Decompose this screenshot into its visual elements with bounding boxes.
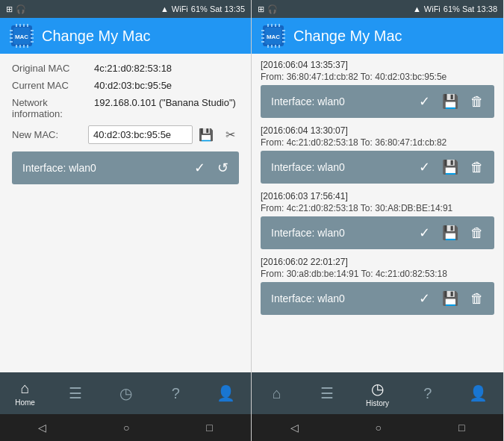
nav-history-right[interactable]: ◷ History: [352, 372, 402, 414]
nav-people-right[interactable]: 👤: [453, 372, 503, 414]
svg-rect-32: [261, 41, 264, 43]
svg-rect-33: [282, 30, 285, 31]
history-timestamp-1: [2016:06:04 13:30:07]: [261, 125, 494, 136]
save-icon-2[interactable]: 💾: [442, 225, 458, 241]
nav-help-right[interactable]: ?: [402, 372, 452, 414]
right-app-bar: MAC Change My Mac: [252, 18, 503, 54]
svg-rect-25: [267, 45, 269, 48]
check-icon[interactable]: ✓: [194, 160, 205, 176]
nav-list-left[interactable]: ☰: [50, 372, 100, 414]
back-button-left[interactable]: ◁: [38, 422, 46, 434]
battery-time: 61% Sat 13:35: [191, 4, 245, 13]
svg-rect-11: [10, 34, 13, 35]
right-status-bar: ⊞ 🎧 ▲ WiFi 61% Sat 13:38: [252, 0, 503, 18]
network-value: 192.168.0.101 ("Banana Studio"): [94, 97, 236, 119]
current-mac-label: Current MAC: [12, 80, 94, 91]
svg-rect-29: [261, 30, 264, 31]
left-interface-bar[interactable]: Interface: wlan0 ✓ ↺: [12, 151, 239, 184]
svg-rect-22: [271, 24, 273, 27]
nav-history-label: History: [366, 399, 389, 407]
history-entry-3: [2016:06:02 22:01:27] From: 30:a8:db:be:…: [261, 257, 494, 315]
right-wifi-icon: WiFi: [424, 4, 441, 13]
left-app-title: Change My Mac: [42, 28, 151, 45]
svg-rect-8: [23, 45, 25, 48]
svg-rect-7: [19, 45, 21, 48]
left-app-bar: MAC Change My Mac: [0, 18, 251, 54]
right-signal-icon: ▲: [413, 4, 421, 13]
recents-button-left[interactable]: □: [206, 422, 212, 434]
history-from-to-1: From: 4c:21:d0:82:53:18 To: 36:80:47:1d:…: [261, 137, 494, 148]
svg-rect-30: [261, 34, 264, 35]
save-icon-3[interactable]: 💾: [442, 290, 458, 307]
home-button-right[interactable]: ○: [376, 422, 382, 434]
back-button-right[interactable]: ◁: [290, 422, 299, 434]
list-icon: ☰: [69, 384, 82, 402]
right-android-icon: ⊞: [258, 4, 264, 14]
nav-help-left[interactable]: ?: [151, 372, 201, 414]
nav-people-left[interactable]: 👤: [201, 372, 251, 414]
apply-icon-1[interactable]: ✓: [419, 159, 430, 175]
clock-icon: ◷: [119, 384, 132, 402]
apply-icon-3[interactable]: ✓: [419, 290, 430, 307]
help-icon: ?: [172, 385, 180, 402]
delete-icon-2[interactable]: 🗑: [470, 225, 484, 241]
right-status-left: ⊞ 🎧: [258, 4, 278, 14]
svg-rect-5: [27, 24, 28, 27]
history-timestamp-2: [2016:06:03 17:56:41]: [261, 191, 494, 201]
nav-home-left[interactable]: ⌂ Home: [0, 372, 50, 414]
home-button-left[interactable]: ○: [123, 422, 129, 434]
apply-icon-0[interactable]: ✓: [419, 93, 430, 110]
history-icon[interactable]: ↺: [217, 160, 228, 176]
svg-rect-36: [282, 41, 285, 43]
history-interface-bar-3[interactable]: Interface: wlan0 ✓ 💾 🗑: [261, 282, 494, 315]
delete-icon-0[interactable]: 🗑: [470, 94, 484, 110]
new-mac-action-icons: 💾 ✂: [197, 126, 239, 144]
delete-icon-1[interactable]: 🗑: [470, 160, 484, 175]
svg-rect-10: [10, 30, 13, 31]
history-interface-label-1: Interface: wlan0: [271, 161, 419, 173]
svg-rect-9: [27, 45, 28, 48]
svg-rect-13: [10, 41, 13, 43]
recents-button-right[interactable]: □: [458, 422, 464, 434]
randomize-mac-icon[interactable]: ✂: [221, 126, 239, 144]
right-app-title: Change My Mac: [293, 28, 402, 45]
save-mac-icon[interactable]: 💾: [197, 126, 215, 144]
history-bar-icons-3: ✓ 💾 🗑: [419, 290, 484, 307]
signal-icon: ▲: [161, 4, 169, 13]
history-interface-label-0: Interface: wlan0: [271, 96, 419, 107]
right-headset-icon: 🎧: [267, 4, 278, 14]
history-interface-label-2: Interface: wlan0: [271, 227, 419, 239]
network-label: Network information:: [12, 97, 94, 119]
original-mac-value: 4c:21:d0:82:53:18: [94, 63, 172, 74]
new-mac-input[interactable]: [88, 125, 193, 144]
nav-history-left[interactable]: ◷: [100, 372, 150, 414]
history-entry-0: [2016:06:04 13:35:37] From: 36:80:47:1d:…: [261, 60, 494, 118]
svg-rect-35: [282, 37, 285, 39]
svg-rect-31: [261, 37, 264, 39]
delete-icon-3[interactable]: 🗑: [470, 291, 484, 307]
history-interface-bar-2[interactable]: Interface: wlan0 ✓ 💾 🗑: [261, 216, 494, 249]
svg-rect-24: [279, 24, 280, 27]
current-mac-row: Current MAC 40:d2:03:bc:95:5e: [12, 80, 239, 91]
history-from-to-2: From: 4c:21:d0:82:53:18 To: 30:A8:DB:BE:…: [261, 203, 494, 213]
wifi-icon: WiFi: [172, 4, 188, 13]
right-people-icon: 👤: [469, 384, 488, 402]
svg-rect-2: [16, 24, 17, 27]
history-interface-bar-0[interactable]: Interface: wlan0 ✓ 💾 🗑: [261, 85, 494, 118]
history-interface-bar-1[interactable]: Interface: wlan0 ✓ 💾 🗑: [261, 151, 494, 184]
svg-rect-4: [23, 24, 25, 27]
svg-rect-17: [31, 41, 34, 43]
right-help-icon: ?: [423, 385, 432, 402]
svg-rect-14: [31, 30, 34, 31]
nav-list-right[interactable]: ☰: [302, 372, 352, 414]
mac-chip-icon: MAC: [9, 23, 34, 49]
left-interface-label: Interface: wlan0: [22, 162, 194, 174]
left-status-bar: ⊞ 🎧 ▲ WiFi 61% Sat 13:35: [0, 0, 251, 18]
save-icon-1[interactable]: 💾: [442, 159, 458, 175]
right-phone-panel: ⊞ 🎧 ▲ WiFi 61% Sat 13:38: [252, 0, 503, 441]
status-bar-right: ▲ WiFi 61% Sat 13:35: [161, 4, 245, 13]
save-icon-0[interactable]: 💾: [442, 93, 458, 110]
apply-icon-2[interactable]: ✓: [419, 225, 430, 241]
new-mac-row: New MAC: 💾 ✂: [12, 125, 239, 144]
nav-home-right[interactable]: ⌂: [252, 372, 302, 414]
